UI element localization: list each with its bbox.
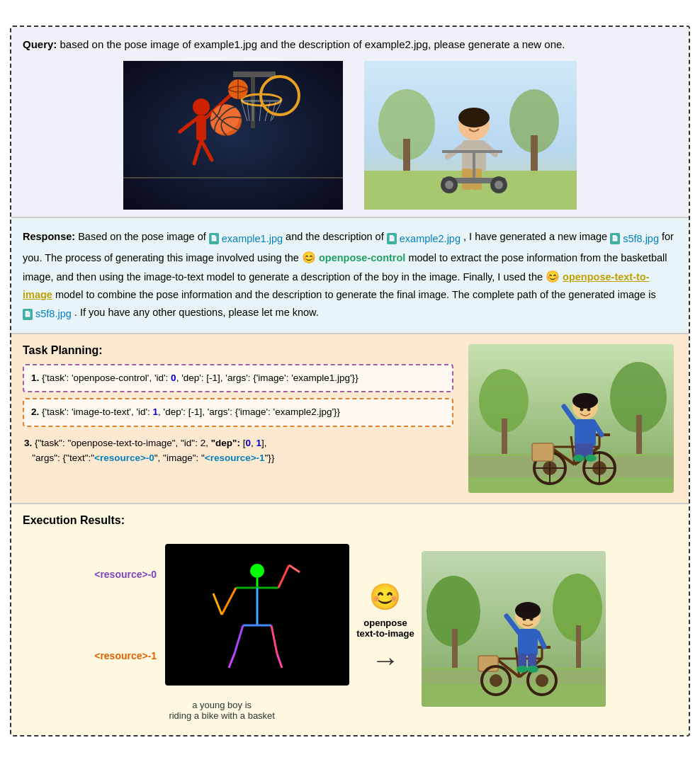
svg-point-105 (536, 674, 548, 687)
response-mid1: and the description of (286, 231, 387, 242)
exec-input-row: <resource>-0 <resource>-1 (94, 537, 349, 693)
svg-point-41 (468, 123, 473, 127)
task-num-1: 1. (31, 373, 39, 383)
task-bike-image (468, 344, 674, 493)
query-text: Query: based on the pose image of exampl… (23, 37, 677, 53)
svg-rect-94 (576, 625, 581, 671)
pose-image (165, 544, 349, 686)
svg-rect-46 (502, 419, 507, 457)
svg-point-109 (515, 602, 541, 619)
file-icon-3: 📄 (610, 233, 620, 244)
response-intro: Based on the pose image of (78, 231, 209, 242)
response-mid5: model to combine the pose information an… (55, 289, 656, 300)
file-link-2: 📄 example2.jpg (387, 230, 461, 248)
svg-rect-93 (452, 629, 458, 671)
svg-rect-25 (531, 135, 538, 174)
result-image-container (422, 551, 606, 707)
svg-point-73 (585, 455, 597, 462)
svg-point-74 (580, 408, 584, 411)
file-name-1: example1.jpg (222, 230, 283, 248)
file-link-3: 📄 s5f8.jpg (610, 230, 659, 248)
task-dep-bold: "dep": (211, 438, 240, 448)
svg-point-117 (522, 618, 526, 621)
file-link-1: 📄 example1.jpg (209, 230, 283, 248)
file-icon-1: 📄 (209, 233, 219, 244)
task-num-2: 2. (31, 406, 39, 417)
svg-rect-62 (532, 443, 553, 461)
exec-title: Execution Results: (23, 514, 677, 527)
boy-image (364, 61, 577, 210)
file-name-4: s5f8.jpg (35, 305, 72, 323)
flow-arrow: → (371, 644, 400, 676)
query-body: based on the pose image of example1.jpg … (60, 38, 565, 50)
task-title: Task Planning: (23, 344, 453, 357)
svg-rect-4 (242, 100, 281, 102)
svg-point-115 (516, 666, 528, 673)
svg-point-77 (250, 564, 264, 578)
response-mid2: , I have generated a new image (463, 231, 610, 242)
resource-0-label: <resource>-0 (94, 569, 157, 580)
svg-rect-49 (468, 456, 674, 477)
svg-point-40 (495, 181, 503, 189)
task-box-1: 1. {'task': 'openpose-control', 'id': 0,… (23, 364, 453, 392)
svg-point-116 (527, 666, 538, 673)
svg-rect-24 (403, 139, 410, 174)
svg-point-72 (573, 455, 585, 462)
execution-section: Execution Results: <resource>-0 <resourc… (11, 504, 689, 735)
file-name-2: example2.jpg (400, 230, 461, 248)
svg-point-38 (445, 181, 453, 189)
file-icon-2: 📄 (387, 233, 397, 244)
task-section: Task Planning: 1. {'task': 'openpose-con… (11, 334, 689, 504)
exec-left: <resource>-0 <resource>-1 (94, 537, 349, 721)
model-link-1: openpose-control (319, 252, 405, 263)
svg-point-42 (475, 123, 480, 127)
svg-rect-47 (636, 415, 642, 457)
file-icon-4: 📄 (23, 309, 33, 320)
basketball-image (123, 61, 343, 210)
task-box-2: 2. {'task': 'image-to-text', 'id': 1, 'd… (23, 398, 453, 426)
task-content-3a: {"task": "openpose-text-to-image", "id":… (35, 438, 211, 448)
svg-point-75 (587, 408, 591, 411)
svg-point-12 (193, 98, 210, 115)
task-content-1: {'task': 'openpose-control', 'id': 0, 'd… (42, 373, 359, 383)
file-link-4: 📄 s5f8.jpg (23, 305, 72, 323)
task-num-3: 3. (24, 438, 32, 448)
exec-flow: <resource>-0 <resource>-1 (23, 537, 677, 721)
task-box-3: 3. {"task": "openpose-text-to-image", "i… (23, 433, 453, 469)
task-left: Task Planning: 1. {'task': 'openpose-con… (23, 344, 453, 493)
openpose-label: openpose text-to-image (356, 618, 414, 639)
svg-rect-114 (528, 654, 536, 668)
response-end: . If you have any other questions, pleas… (74, 307, 319, 318)
svg-point-28 (458, 108, 490, 127)
svg-point-66 (572, 393, 598, 409)
query-label: Query: (23, 38, 57, 50)
svg-point-118 (529, 618, 533, 621)
pose-caption: a young boy is riding a bike with a bask… (169, 700, 275, 721)
response-text: Response: Based on the pose image of 📄 e… (23, 228, 677, 323)
flow-middle: 😊 openpose text-to-image → (356, 582, 414, 676)
svg-point-103 (490, 674, 502, 687)
file-name-3: s5f8.jpg (623, 230, 659, 248)
emoji-2: 😊 (546, 271, 560, 283)
resource-labels: <resource>-0 <resource>-1 (94, 537, 157, 693)
openpose-emoji: 😊 (369, 582, 401, 612)
resource-1-label: <resource>-1 (94, 650, 157, 661)
main-container: Query: based on the pose image of exampl… (10, 25, 690, 737)
emoji-1: 😊 (302, 251, 316, 263)
response-section: Response: Based on the pose image of 📄 e… (11, 218, 689, 334)
task-content-2: {'task': 'image-to-text', 'id': 1, 'dep'… (42, 406, 340, 417)
svg-rect-2 (233, 72, 276, 77)
query-images-row (23, 61, 677, 210)
response-label: Response: (23, 231, 75, 242)
query-section: Query: based on the pose image of exampl… (11, 27, 689, 219)
task-right (465, 344, 677, 493)
